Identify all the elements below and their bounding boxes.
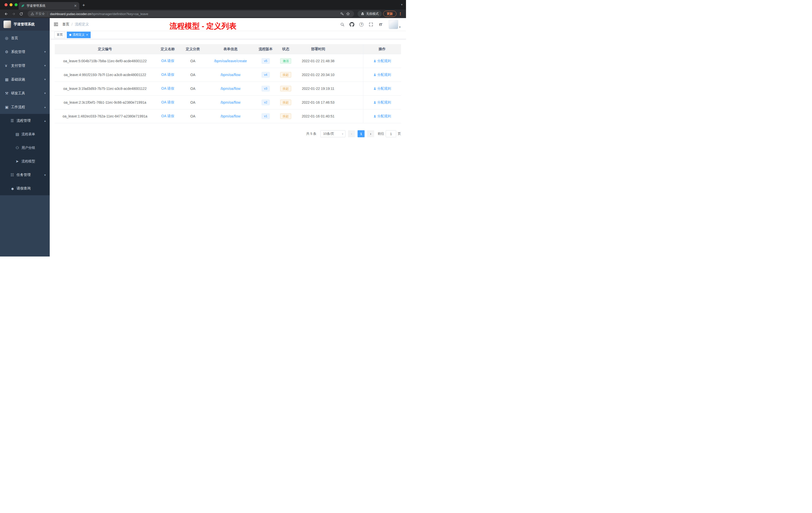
deploy-time: 2022-01-16 17:46:53: [296, 96, 341, 109]
sidebar-item-task[interactable]: ☷任务管理▾: [0, 168, 50, 182]
fullscreen-icon[interactable]: [368, 21, 374, 28]
search-icon[interactable]: [340, 21, 346, 28]
brand: 芋道管理系统: [0, 18, 50, 31]
prev-page-button[interactable]: ‹: [348, 130, 355, 137]
minimize-window-button[interactable]: [9, 3, 12, 6]
form-icon: ▤: [16, 132, 22, 137]
security-label[interactable]: 不安全: [35, 12, 45, 16]
row-spacer: [341, 82, 363, 95]
form-link[interactable]: /bpm/oa/flow: [221, 114, 240, 118]
view-tag[interactable]: 流程定义×: [67, 32, 91, 38]
form-link[interactable]: /bpm/oa/flow: [221, 73, 240, 77]
row-spacer: [341, 110, 363, 123]
active-dot-icon: [69, 34, 71, 36]
close-window-button[interactable]: [4, 3, 7, 6]
sidebar-item-form[interactable]: ▤流程表单: [0, 127, 50, 141]
definition-table: 定义编号定义名称定义分类表单信息流程版本状态部署时间操作oa_leave:5:0…: [55, 44, 401, 123]
sidebar-item-label: 系统管理: [11, 50, 25, 54]
page-size-select[interactable]: 10条/页 ▾: [320, 130, 346, 137]
tags-view: 首页流程定义×: [50, 31, 406, 39]
breadcrumb-current: 流程定义: [75, 22, 89, 27]
avatar[interactable]: [389, 20, 398, 29]
sidebar-item-leave-query[interactable]: ☻请假查询: [0, 182, 50, 195]
definition-id: oa_leave:3:1fad3d93-7b75-11ec-a3c8-acde4…: [55, 82, 155, 95]
breadcrumb-home[interactable]: 首页: [62, 22, 69, 27]
chevron-up-icon: ▴: [44, 105, 46, 109]
column-header: 状态: [276, 44, 296, 54]
deploy-time: 2022-01-16 01:40:51: [296, 110, 341, 123]
url-bar[interactable]: 不安全 dashboard.yudao.iocoder.cn /bpm/mana…: [28, 10, 354, 17]
close-icon[interactable]: ×: [86, 33, 88, 36]
maximize-window-button[interactable]: [14, 3, 18, 6]
assign-rule-button[interactable]: 分配规则: [373, 100, 391, 105]
font-size-icon[interactable]: tT: [378, 21, 384, 28]
question-icon[interactable]: ?: [358, 21, 365, 28]
reload-icon[interactable]: [18, 11, 24, 17]
table-row: oa_leave:4:991f2193-7b7f-11ec-a3c8-acde4…: [55, 68, 401, 82]
page-size-value: 10条/页: [323, 131, 334, 136]
assign-rule-label: 分配规则: [377, 100, 391, 105]
definition-name-link[interactable]: OA 请假: [161, 100, 174, 105]
status-badge: 挂起: [280, 100, 291, 105]
tab-search-chevron-icon[interactable]: ▾: [401, 3, 403, 6]
assign-rule-button[interactable]: 分配规则: [373, 59, 391, 63]
assign-rule-button[interactable]: 分配规则: [373, 86, 391, 91]
form-link[interactable]: /bpm/oa/leave/create: [214, 59, 247, 63]
assign-rule-label: 分配规则: [377, 59, 391, 63]
sidebar-item-dev-tools[interactable]: ⚒研发工具▾: [0, 86, 50, 100]
table-row: oa_leave:3:1fad3d93-7b75-11ec-a3c8-acde4…: [55, 82, 401, 96]
forward-icon[interactable]: [10, 11, 17, 17]
new-tab-button[interactable]: +: [82, 3, 85, 8]
breadcrumb: 首页 / 流程定义: [62, 22, 89, 27]
form-link[interactable]: /bpm/oa/flow: [221, 87, 240, 91]
browser-toolbar: 不安全 dashboard.yudao.iocoder.cn /bpm/mana…: [0, 9, 406, 18]
definition-name-link[interactable]: OA 请假: [161, 86, 174, 91]
sidebar-item-user-group[interactable]: ⚇用户分组: [0, 141, 50, 155]
sidebar-item-workflow[interactable]: ▣工作流程▴: [0, 100, 50, 114]
hamburger-icon[interactable]: [50, 18, 62, 31]
browser-tab[interactable]: 芋道管理系统 ✕: [19, 2, 79, 9]
definition-name-link[interactable]: OA 请假: [161, 114, 174, 118]
next-page-button[interactable]: ›: [367, 130, 374, 137]
sidebar-item-payment[interactable]: ¥支付管理▾: [0, 59, 50, 72]
star-icon[interactable]: [345, 11, 351, 17]
payment-icon: ¥: [5, 63, 11, 68]
browser-update-button[interactable]: 更新: [383, 11, 397, 17]
sidebar-item-label: 支付管理: [11, 63, 25, 68]
definition-name-link[interactable]: OA 请假: [161, 72, 174, 77]
process-list-icon: ☰: [10, 118, 17, 123]
github-icon[interactable]: [349, 21, 355, 28]
sidebar-item-label: 流程表单: [22, 132, 35, 137]
sidebar-item-process-model[interactable]: ➤流程模型: [0, 155, 50, 168]
definition-id: oa_leave:4:991f2193-7b7f-11ec-a3c8-acde4…: [55, 68, 155, 82]
dashboard-icon: ◎: [5, 36, 11, 40]
user-avatar-menu[interactable]: ▾: [389, 20, 401, 29]
goto-page-input[interactable]: [386, 130, 396, 137]
version-badge: v2: [262, 100, 270, 105]
sidebar-item-dashboard[interactable]: ◎首页: [0, 31, 50, 45]
form-link[interactable]: /bpm/oa/flow: [221, 100, 240, 104]
more-menu-icon[interactable]: ⋮: [398, 11, 403, 16]
view-tag[interactable]: 首页: [54, 32, 65, 38]
assign-rule-button[interactable]: 分配规则: [373, 72, 391, 77]
back-icon[interactable]: [3, 11, 9, 17]
definition-name-link[interactable]: OA 请假: [161, 59, 174, 63]
sidebar-item-label: 用户分组: [22, 146, 35, 150]
assign-rule-button[interactable]: 分配规则: [373, 114, 391, 118]
definition-category: OA: [180, 110, 205, 123]
column-header: 定义名称: [155, 44, 180, 54]
sidebar-item-infrastructure[interactable]: ▦基础设施▾: [0, 72, 50, 86]
sidebar-item-process-list[interactable]: ☰流程管理▴: [0, 114, 50, 127]
version-badge: v3: [262, 86, 270, 91]
page-number-button[interactable]: 1: [357, 130, 365, 137]
key-icon[interactable]: [339, 11, 345, 17]
incognito-icon: [360, 12, 365, 16]
sidebar-item-label: 基础设施: [11, 77, 25, 82]
sidebar-menu: ◎首页⚙系统管理▾¥支付管理▾▦基础设施▾⚒研发工具▾▣工作流程▴☰流程管理▴▤…: [0, 31, 50, 195]
status-badge: 挂起: [280, 114, 291, 119]
warning-icon: [31, 12, 34, 16]
browser-tabstrip: 芋道管理系统 ✕ + ▾: [0, 0, 406, 9]
status-badge: 激活: [280, 58, 291, 64]
sidebar-item-gear[interactable]: ⚙系统管理▾: [0, 45, 50, 59]
tab-close-icon[interactable]: ✕: [74, 4, 77, 7]
